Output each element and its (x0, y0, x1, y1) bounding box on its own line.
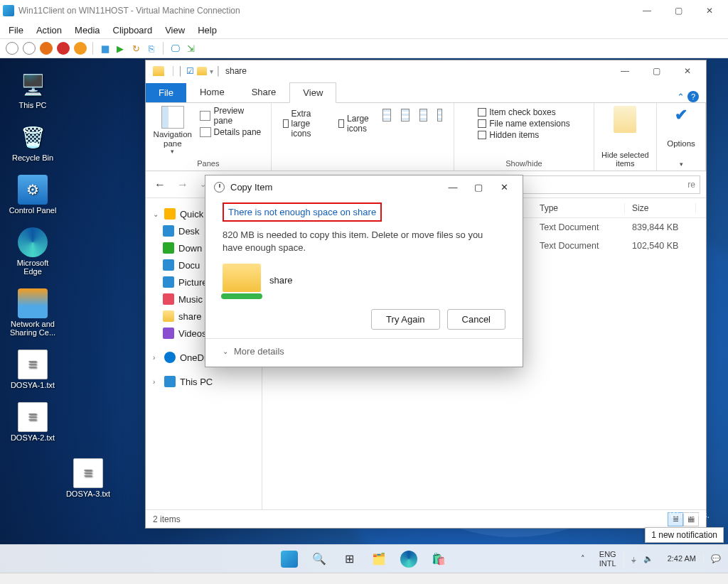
qat-folder-icon[interactable] (197, 67, 207, 75)
checkpoint-button[interactable]: ⎘ (146, 43, 157, 54)
ribbon-collapse[interactable]: ⌃ ? (677, 91, 699, 102)
taskbar-search-icon[interactable]: 🔍 (311, 551, 328, 568)
menu-action[interactable]: Action (36, 25, 62, 36)
copy-item-dialog: Copy Item ― ▢ ✕ There is not enough spac… (205, 175, 523, 367)
guest-desktop[interactable]: This PC Recycle Bin Control Panel Micros… (0, 58, 728, 573)
hide-selected-items-button[interactable]: Hide selected items (594, 103, 658, 171)
ribbon-tabs: File Home Share View ⌃ ? (146, 82, 706, 103)
layout-icon[interactable] (382, 109, 391, 121)
menu-file[interactable]: File (9, 25, 23, 36)
explorer-titlebar[interactable]: │ ☑ ▾ │ share ― ▢ ✕ (146, 60, 706, 82)
host-close-button[interactable]: ✕ (694, 0, 725, 21)
file-name-extensions-toggle[interactable]: File name extensions (478, 119, 569, 129)
host-titlebar: Win11Client on WIN11HOST - Virtual Machi… (0, 0, 728, 21)
share-button[interactable]: ⇲ (185, 43, 196, 54)
forward-button[interactable]: → (174, 175, 191, 194)
try-again-button[interactable]: Try Again (371, 309, 439, 330)
taskbar-explorer-icon[interactable]: 🗂️ (370, 551, 387, 568)
host-toolbar: ▮▮ ▶ ↻ ⎘ 🖵 ⇲ (0, 38, 728, 58)
host-menu: File Action Media Clipboard View Help (0, 21, 728, 38)
dialog-close-button[interactable]: ✕ (491, 177, 517, 197)
desktop-icon-control-panel[interactable]: Control Panel (7, 175, 58, 215)
enhanced-session-button[interactable]: 🖵 (169, 43, 181, 54)
layout-icon[interactable] (419, 109, 428, 121)
dialog-title: Copy Item (230, 182, 272, 193)
turn-off-button[interactable] (57, 42, 70, 55)
explorer-maximize-button[interactable]: ▢ (641, 60, 672, 82)
desktop-icon-edge[interactable]: Microsoft Edge (7, 227, 58, 276)
hidden-items-toggle[interactable]: Hidden items (478, 130, 569, 140)
host-minimize-button[interactable]: ― (631, 0, 663, 21)
menu-help[interactable]: Help (198, 25, 217, 36)
folder-icon (153, 66, 164, 76)
notification-toast[interactable]: 1 new notification (645, 527, 724, 543)
options-button[interactable]: ✔ Options ▾ (657, 103, 706, 171)
start-button[interactable] (281, 551, 298, 568)
dialog-titlebar[interactable]: Copy Item ― ▢ ✕ (205, 175, 523, 198)
tray-volume-icon[interactable]: 🔈 (643, 554, 653, 563)
desktop-icon-this-pc[interactable]: This PC (7, 70, 58, 109)
explorer-minimize-button[interactable]: ― (609, 60, 641, 82)
menu-media[interactable]: Media (75, 25, 100, 36)
shut-down-button[interactable] (74, 42, 87, 55)
extra-large-icons-option[interactable]: Extra large icons (283, 109, 329, 139)
tab-share[interactable]: Share (238, 82, 290, 102)
host-title: Win11Client on WIN11HOST - Virtual Machi… (18, 6, 240, 16)
menu-clipboard[interactable]: Clipboard (113, 25, 153, 36)
taskbar-store-icon[interactable]: 🛍️ (430, 551, 447, 568)
clock[interactable]: 2:42 AM (660, 554, 704, 563)
ribbon-view: Navigation pane ▾ Preview pane Details p… (146, 103, 706, 171)
ctrl-alt-del-button[interactable] (6, 42, 18, 55)
dialog-heading: There is not enough space on share (223, 202, 382, 222)
desktop-icon-recycle-bin[interactable]: Recycle Bin (7, 122, 58, 162)
start-button[interactable]: ▶ (114, 43, 126, 54)
dialog-maximize-button[interactable]: ▢ (466, 177, 491, 197)
column-type[interactable]: Type (532, 203, 625, 213)
item-count: 2 items (153, 514, 181, 524)
tray-chevron-icon[interactable]: ˄ (581, 554, 585, 563)
desktop-icon-network[interactable]: Network and Sharing Ce... (7, 288, 58, 337)
large-icons-option[interactable]: Large icons (338, 109, 373, 139)
dialog-minimize-button[interactable]: ― (440, 177, 466, 197)
tb-button-2[interactable] (23, 42, 36, 55)
tab-home[interactable]: Home (186, 82, 238, 102)
qat-checkbox-icon[interactable]: ☑ (186, 66, 194, 76)
history-icon (214, 182, 225, 193)
layout-icon[interactable] (437, 109, 442, 121)
host-maximize-button[interactable]: ▢ (663, 0, 694, 21)
showhide-group-label: Show/hide (505, 159, 542, 168)
tab-file[interactable]: File (146, 83, 186, 102)
pause-button[interactable]: ▮▮ (99, 43, 110, 54)
panes-group-label: Panes (197, 159, 219, 168)
activation-watermark: Activate Windows Go to Settings to activ… (564, 494, 710, 520)
preview-pane-button[interactable]: Preview pane (200, 106, 265, 126)
desktop-icon-file-2[interactable]: DOSYA-2.txt (7, 402, 58, 442)
cancel-button[interactable]: Cancel (447, 309, 505, 330)
desktop-icon-file-3[interactable]: DOSYA-3.txt (63, 458, 114, 498)
tb-button-3[interactable] (40, 42, 53, 55)
taskbar: 🔍 ⊞ 🗂️ 🛍️ ˄ ENGINTL ⏚ 🔈 2:42 AM 💬 (0, 544, 728, 573)
notifications-button[interactable]: 💬 (711, 554, 721, 563)
taskbar-edge-icon[interactable] (400, 551, 417, 568)
details-pane-button[interactable]: Details pane (200, 127, 265, 137)
navigation-pane-button[interactable]: Navigation pane ▾ (151, 106, 194, 155)
revert-button[interactable]: ↻ (130, 43, 141, 54)
tab-view[interactable]: View (289, 82, 336, 103)
desktop-icon-file-1[interactable]: DOSYA-1.txt (7, 350, 58, 389)
dialog-message: 820 MB is needed to copy this item. Dele… (223, 229, 505, 254)
task-view-icon[interactable]: ⊞ (341, 551, 358, 568)
column-size[interactable]: Size (625, 203, 696, 213)
host-scrollbar[interactable] (0, 573, 728, 584)
sidebar-this-pc[interactable]: ›This PC (150, 373, 257, 390)
more-details-toggle[interactable]: ⌄More details (223, 346, 505, 357)
explorer-close-button[interactable]: ✕ (672, 60, 703, 82)
layout-icon[interactable] (401, 109, 410, 121)
back-button[interactable]: ← (151, 175, 168, 194)
dialog-folder-name: share (269, 275, 293, 286)
language-indicator[interactable]: ENGINTL (592, 550, 624, 567)
tray-network-icon[interactable]: ⏚ (631, 555, 636, 563)
explorer-title: share (225, 66, 247, 76)
desktop-icons: This PC Recycle Bin Control Panel Micros… (7, 70, 58, 442)
menu-view[interactable]: View (165, 25, 185, 36)
item-check-boxes-toggle[interactable]: Item check boxes (478, 107, 569, 117)
